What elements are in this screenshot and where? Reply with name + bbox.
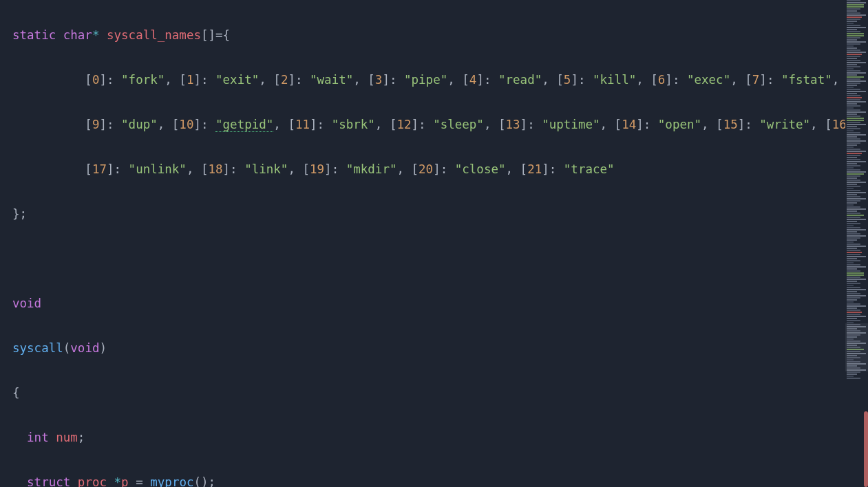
code-line: struct proc *p = myproc(); (12, 471, 845, 488)
code-line: }; (12, 203, 845, 226)
minimap-scrollbar[interactable] (864, 411, 868, 487)
code-editor[interactable]: static char* syscall_names[]={ [0]: "for… (0, 0, 845, 487)
minimap-viewport[interactable] (845, 323, 868, 371)
minimap[interactable] (845, 0, 868, 487)
code-line: void (12, 292, 845, 315)
code-line: static char* syscall_names[]={ (12, 24, 845, 47)
code-line (12, 248, 845, 270)
code-line: [17]: "unlink", [18]: "link", [19]: "mkd… (12, 158, 845, 181)
code-line: syscall(void) (12, 337, 845, 360)
code-line: [9]: "dup", [10]: "getpid", [11]: "sbrk"… (12, 113, 845, 136)
code-line: { (12, 382, 845, 404)
code-line: int num; (12, 426, 845, 449)
code-line: [0]: "fork", [1]: "exit", [2]: "wait", [… (12, 69, 845, 91)
minimap-content (845, 0, 868, 379)
